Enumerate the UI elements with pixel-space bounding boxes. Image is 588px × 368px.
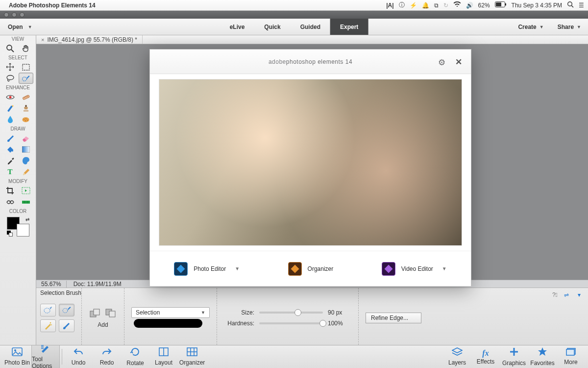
panel-reset-icon[interactable]: ⇌ (563, 291, 570, 299)
zoom-tool[interactable] (3, 43, 18, 54)
gradient-tool[interactable] (19, 144, 33, 155)
background-color[interactable] (17, 224, 29, 237)
organizer-launch-button[interactable]: Organizer (288, 262, 334, 276)
open-menu-button[interactable]: Open ▼ (0, 19, 40, 35)
content-aware-move-tool[interactable] (3, 196, 18, 208)
organizer-button[interactable]: Organizer (178, 345, 206, 368)
undo-button[interactable]: Undo (64, 345, 93, 368)
chevron-down-icon[interactable]: ▼ (442, 266, 447, 271)
menubar-clock[interactable]: Thu Sep 3 4:35 PM (512, 2, 562, 9)
straighten-tool[interactable] (19, 196, 33, 208)
hardness-label: Hardness: (224, 320, 254, 327)
section-draw: DRAW (0, 125, 36, 132)
smartbrush-tool[interactable] (3, 103, 18, 114)
refine-brush-tool-button[interactable] (59, 319, 74, 332)
color-swatches[interactable]: ⇄ (7, 217, 29, 237)
rotate-button[interactable]: Rotate (121, 345, 149, 368)
favorites-button[interactable]: Favorites (528, 345, 557, 368)
add-to-selection-button[interactable] (89, 308, 101, 318)
svg-point-19 (25, 118, 26, 119)
selection-brush-tool-button[interactable] (59, 304, 74, 316)
bolt-icon[interactable]: ⚡ (410, 2, 417, 9)
wifi-icon[interactable] (453, 1, 461, 9)
swap-colors-icon[interactable]: ⇄ (25, 217, 29, 222)
size-label: Size: (224, 309, 254, 316)
move-tool[interactable] (3, 61, 18, 73)
redo-button[interactable]: Redo (93, 345, 121, 368)
document-tab-title: IMG_4614.jpg @ 55.7% (RGB/8) * (47, 36, 137, 43)
refine-edge-button[interactable]: Refine Edge... (366, 313, 421, 323)
svg-point-26 (63, 309, 68, 313)
graphics-button[interactable]: Graphics (500, 345, 528, 368)
mode-quick[interactable]: Quick (254, 19, 290, 35)
redeye-tool[interactable] (3, 91, 18, 103)
mode-elive[interactable]: eLive (220, 19, 255, 35)
pencil-tool[interactable] (19, 166, 33, 178)
battery-percent[interactable]: 62% (478, 2, 490, 9)
tool-options-button[interactable]: Tool Options (31, 345, 60, 368)
close-tab-icon[interactable]: × (41, 37, 44, 43)
marquee-tool[interactable] (19, 61, 33, 73)
clone-stamp-tool[interactable] (19, 103, 33, 114)
creative-cloud-icon[interactable]: |A| (386, 2, 393, 9)
menu-list-icon[interactable]: ☰ (579, 2, 584, 9)
shape-tool[interactable] (19, 155, 33, 166)
welcome-hero-image (159, 79, 462, 246)
layout-button[interactable]: Layout (149, 345, 178, 368)
video-editor-button[interactable]: Video Editor ▼ (382, 262, 447, 276)
photo-editor-icon (174, 262, 188, 276)
lasso-tool[interactable] (3, 73, 18, 84)
hand-tool[interactable] (19, 43, 33, 54)
brush-tool[interactable] (3, 132, 18, 144)
document-tab[interactable]: × IMG_4614.jpg @ 55.7% (RGB/8) * (36, 35, 143, 44)
type-tool[interactable]: T (3, 166, 18, 178)
volume-icon[interactable]: 🔊 (466, 2, 473, 9)
mode-expert[interactable]: Expert (330, 19, 368, 35)
quick-selection-tool-button[interactable] (40, 304, 56, 316)
mode-guided[interactable]: Guided (291, 19, 330, 35)
eyedropper-tool[interactable] (3, 155, 18, 166)
window-minimize-button[interactable] (12, 12, 17, 17)
size-slider[interactable] (259, 312, 323, 314)
effects-button[interactable]: fxEffects (471, 345, 500, 368)
subtract-from-selection-button[interactable] (104, 308, 117, 318)
layers-button[interactable]: Layers (443, 345, 471, 368)
sponge-tool[interactable] (19, 114, 33, 125)
panel-menu-icon[interactable]: ▾ (575, 291, 583, 299)
create-menu-button[interactable]: Create▼ (511, 24, 550, 30)
tool-sidebar: VIEW SELECT ENHANCE DRAW (0, 35, 36, 345)
menubar-app-name[interactable]: Adobe Photoshop Elements 14 (9, 2, 96, 9)
magic-wand-tool-button[interactable] (40, 319, 56, 332)
zoom-readout[interactable]: 55.67% (36, 281, 67, 288)
brush-stroke-preview[interactable] (134, 318, 207, 329)
selection-brush-tool[interactable] (19, 73, 33, 84)
hardness-slider[interactable] (259, 322, 323, 324)
share-menu-button[interactable]: Share▼ (551, 24, 588, 30)
more-button[interactable]: More (557, 345, 585, 368)
healing-tool[interactable] (19, 91, 33, 103)
chevron-down-icon[interactable]: ▼ (235, 266, 240, 271)
paint-bucket-tool[interactable] (3, 144, 18, 155)
help-icon[interactable]: ?⃝ (552, 291, 558, 298)
selection-mode-combo[interactable]: Selection ▼ (131, 307, 210, 318)
doc-size-readout[interactable]: Doc: 11.9M/11.9M (67, 281, 128, 288)
window-zoom-button[interactable] (20, 12, 24, 17)
info-icon[interactable]: ⓘ (399, 1, 405, 9)
photo-editor-button[interactable]: Photo Editor ▼ (174, 262, 240, 276)
dropbox-icon[interactable]: ⧉ (434, 2, 439, 9)
spotlight-icon[interactable] (567, 1, 574, 9)
timemachine-icon[interactable]: ↻ (443, 2, 448, 9)
gear-icon[interactable]: ⚙ (438, 57, 446, 68)
bell-icon[interactable]: 🔔 (422, 2, 429, 9)
window-close-button[interactable] (4, 12, 9, 17)
close-icon[interactable]: ✕ (455, 57, 463, 67)
blur-tool[interactable] (3, 114, 18, 125)
eraser-tool[interactable] (19, 132, 33, 144)
default-colors-icon[interactable] (7, 231, 13, 237)
redo-icon (101, 347, 112, 359)
recompose-tool[interactable] (19, 185, 33, 196)
battery-icon[interactable] (495, 1, 507, 9)
svg-point-27 (50, 322, 51, 324)
photo-bin-button[interactable]: Photo Bin (3, 345, 31, 368)
crop-tool[interactable] (3, 185, 18, 196)
